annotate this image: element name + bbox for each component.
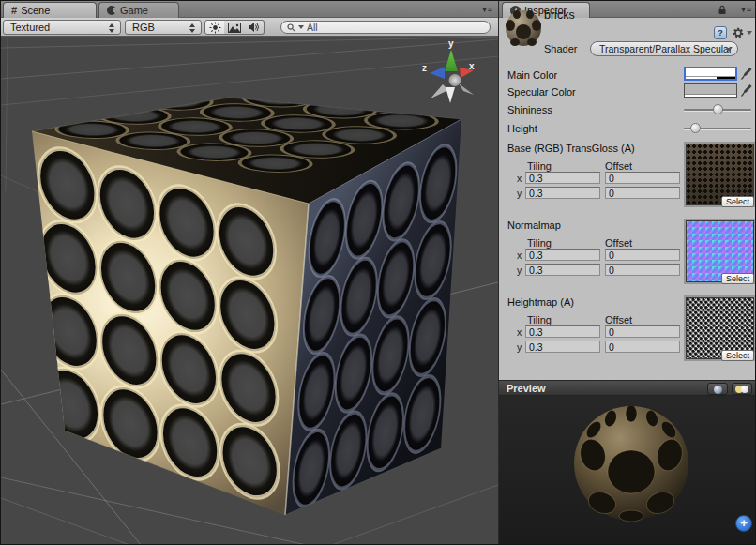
slider-handle[interactable] [713,104,723,114]
search-input[interactable] [307,22,466,33]
scene-search-box [280,21,491,34]
texture-section-heightmap: Heightmap (A) Tiling Offset x y Select [499,295,756,372]
offset-y-field[interactable] [605,341,680,353]
tab-game[interactable]: Game [98,2,179,18]
sun-icon [209,22,221,34]
axis-neg-cone[interactable] [446,87,455,103]
image-icon [228,23,241,33]
scene-skybox-toggle[interactable] [224,20,245,35]
scene-grid-icon: # [11,5,17,16]
material-preview-sphere[interactable] [556,406,706,543]
texture-select-button[interactable]: Select [721,350,754,361]
texture-section-title: Base (RGB) TransGloss (A) [507,143,635,154]
x-axis-label: x [517,173,522,184]
texture-section-normalmap: Normalmap Tiling Offset x y Select [499,219,756,295]
material-ball-icon [505,9,542,47]
offset-header: Offset [605,160,632,172]
axis-x-label: x [469,61,475,71]
tiling-x-field[interactable] [525,172,600,184]
gear-icon [732,26,745,39]
inspector-panel-menu-icon[interactable]: ▾≡ [741,5,752,14]
tab-scene-label: Scene [21,5,50,16]
shininess-label: Shininess [507,104,552,115]
speaker-icon [248,22,260,33]
cube-object[interactable] [32,75,461,515]
tiling-x-field[interactable] [525,249,600,261]
offset-x-field[interactable] [605,172,680,184]
render-mode-dropdown[interactable]: Textured [3,20,121,35]
tiling-y-field[interactable] [525,341,600,353]
updown-arrows-icon [109,23,115,33]
color-channels-dropdown[interactable]: RGB [125,20,202,35]
axis-neg-cone[interactable] [459,83,474,95]
tiling-y-field[interactable] [525,264,600,276]
tiling-header: Tiling [527,314,552,325]
main-color-swatch[interactable] [684,67,737,81]
texture-select-button[interactable]: Select [721,273,754,284]
scene-toolbar: Textured RGB [1,18,498,37]
scene-lighting-toggle[interactable] [204,20,225,35]
scene-panel: # Scene Game ▾≡ Textured RGB [1,1,498,545]
offset-x-field[interactable] [605,249,680,261]
texture-select-button[interactable]: Select [721,196,754,207]
height-label: Height [507,123,537,134]
offset-x-field[interactable] [605,325,680,338]
preview-lighting-toggle[interactable] [732,383,752,395]
tab-scene[interactable]: # Scene [3,2,97,18]
scene-panel-menu-icon[interactable]: ▾≡ [482,5,493,14]
shader-label: Shader [544,43,577,54]
tiling-header: Tiling [527,237,552,249]
gizmo-center-cube[interactable] [449,74,461,86]
height-slider[interactable] [684,123,751,134]
shader-dropdown[interactable]: Transparent/Parallax Specular [590,41,738,56]
help-icon[interactable]: ? [714,26,727,39]
specular-color-label: Specular Color [507,86,576,98]
scene-3d-canvas: y z x [1,37,498,545]
preview-area: + [499,396,756,545]
x-axis-label: x [517,250,522,261]
specular-color-eyedropper-icon[interactable] [740,83,752,98]
main-color-eyedropper-icon[interactable] [740,67,752,81]
gear-menu-button[interactable] [732,26,752,39]
tiling-x-field[interactable] [525,325,600,338]
tiling-y-field[interactable] [525,187,600,199]
lock-icon[interactable] [718,5,727,15]
slider-handle[interactable] [690,123,701,133]
texture-section-base: Base (RGB) TransGloss (A) Tiling Offset … [499,142,756,219]
add-button[interactable]: + [735,515,752,532]
offset-y-field[interactable] [605,187,680,199]
tiling-header: Tiling [527,160,552,172]
scene-audio-toggle[interactable] [244,20,265,35]
y-axis-label: y [517,341,522,353]
shininess-slider[interactable] [684,104,751,115]
x-axis-label: x [517,326,522,338]
preview-title: Preview [507,383,546,394]
tab-game-label: Game [120,5,148,16]
axis-gizmo[interactable]: y z x [422,38,475,103]
search-filter-caret-icon[interactable] [298,25,304,29]
shader-caret-icon [726,48,732,52]
axis-y-label: y [448,38,454,49]
unity-editor-window: # Scene Game ▾≡ Textured RGB [0,0,756,545]
axis-neg-cone[interactable] [431,84,448,98]
color-channels-value: RGB [132,22,155,33]
y-axis-label: y [517,188,522,199]
axis-z-label: z [422,63,427,73]
render-mode-value: Textured [10,22,50,33]
offset-header: Offset [605,314,632,325]
search-icon [287,23,295,32]
axis-z-cone[interactable] [430,67,445,79]
main-color-alpha-bar [686,76,735,79]
main-color-label: Main Color [507,69,557,81]
light-white-icon [741,386,748,393]
specular-color-swatch[interactable] [684,83,737,98]
offset-header: Offset [605,237,632,249]
offset-y-field[interactable] [605,264,680,276]
preview-sphere-toggle[interactable] [707,383,728,395]
texture-section-title: Heightmap (A) [507,296,574,308]
sphere-icon [714,386,722,394]
material-name: bricks [544,8,575,22]
scene-viewport: y z x [1,37,498,545]
scene-tabstrip: # Scene Game ▾≡ [1,1,498,18]
y-axis-label: y [517,265,522,276]
